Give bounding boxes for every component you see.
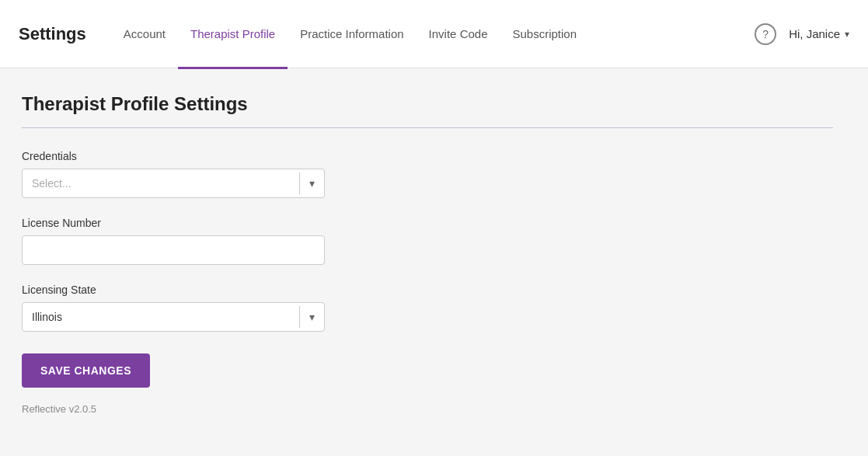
chevron-down-icon: ▾ bbox=[845, 29, 849, 40]
licensing-state-select-wrapper[interactable]: Illinois ▾ bbox=[22, 302, 325, 332]
tab-practice-information[interactable]: Practice Information bbox=[288, 1, 416, 69]
license-number-input[interactable] bbox=[22, 235, 325, 265]
section-divider bbox=[22, 127, 833, 128]
tab-subscription[interactable]: Subscription bbox=[500, 1, 590, 69]
top-bar: Settings Account Therapist Profile Pract… bbox=[0, 0, 868, 68]
version-text: Reflective v2.0.5 bbox=[22, 403, 364, 415]
user-greeting: Hi, Janice bbox=[789, 27, 840, 40]
user-menu[interactable]: Hi, Janice ▾ bbox=[789, 27, 849, 40]
top-bar-right: ? Hi, Janice ▾ bbox=[755, 23, 849, 45]
credentials-chevron-icon[interactable]: ▾ bbox=[300, 177, 324, 190]
save-changes-button[interactable]: SAVE CHANGES bbox=[22, 353, 150, 388]
license-number-label: License Number bbox=[22, 217, 364, 229]
main-content: Therapist Profile Settings Credentials S… bbox=[0, 68, 855, 433]
credentials-field-group: Credentials Select... ▾ bbox=[22, 150, 364, 198]
therapist-profile-form: Credentials Select... ▾ License Number L… bbox=[22, 150, 364, 415]
page-title: Therapist Profile Settings bbox=[22, 93, 833, 115]
tab-therapist-profile[interactable]: Therapist Profile bbox=[178, 1, 288, 69]
tab-nav: Account Therapist Profile Practice Infor… bbox=[111, 0, 589, 68]
top-bar-left: Settings Account Therapist Profile Pract… bbox=[19, 0, 589, 68]
licensing-state-label: Licensing State bbox=[22, 284, 364, 296]
tab-account[interactable]: Account bbox=[111, 1, 178, 69]
help-icon[interactable]: ? bbox=[755, 23, 776, 45]
credentials-label: Credentials bbox=[22, 150, 364, 162]
credentials-select-wrapper[interactable]: Select... ▾ bbox=[22, 169, 325, 198]
credentials-select-display[interactable]: Select... bbox=[23, 169, 299, 197]
license-number-field-group: License Number bbox=[22, 217, 364, 265]
licensing-state-field-group: Licensing State Illinois ▾ bbox=[22, 284, 364, 332]
settings-title: Settings bbox=[19, 24, 86, 44]
licensing-state-select-display[interactable]: Illinois bbox=[23, 303, 299, 331]
tab-invite-code[interactable]: Invite Code bbox=[417, 1, 500, 69]
licensing-state-chevron-icon[interactable]: ▾ bbox=[300, 311, 324, 323]
